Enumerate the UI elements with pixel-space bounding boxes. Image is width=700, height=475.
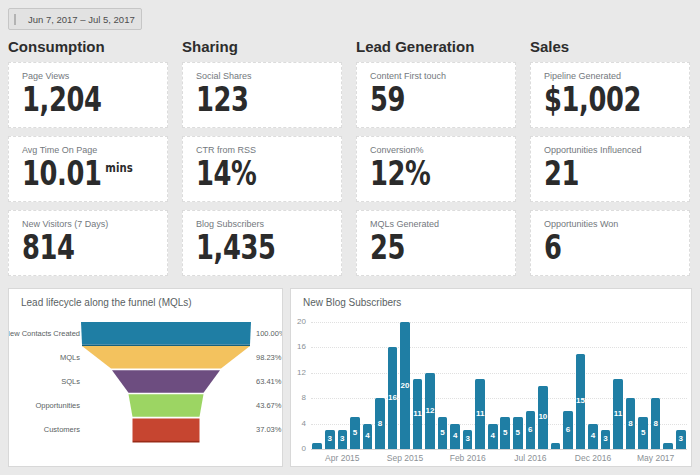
- funnel-segment-edge: [133, 441, 200, 443]
- funnel-segment-0[interactable]: [81, 322, 251, 345]
- x-axis-tick-label: May 2017: [626, 453, 686, 463]
- funnel-stage-label: Opportunities: [35, 401, 80, 410]
- y-axis-tick-label: 0: [291, 444, 306, 453]
- kpi-suffix: mins: [105, 160, 132, 175]
- kpi-value: 25: [370, 231, 477, 264]
- kpi-column-lead-generation: Lead Generation Content First touch 59 C…: [356, 38, 516, 284]
- bar-value-label: 3: [673, 434, 689, 443]
- x-axis-tick-label: Feb 2016: [438, 453, 498, 463]
- kpi-column-consumption: Consumption Page Views 1,204 Avg Time On…: [8, 38, 168, 284]
- bar-value-label: 20: [397, 381, 413, 390]
- kpi-card-pipeline-generated[interactable]: Pipeline Generated $1,002: [530, 62, 690, 128]
- kpi-card-social-shares[interactable]: Social Shares 123: [182, 62, 342, 128]
- kpi-card-mqls-generated[interactable]: MQLs Generated 25: [356, 210, 516, 276]
- date-range-picker[interactable]: Jun 7, 2017 – Jul 5, 2017: [8, 8, 142, 30]
- kpi-card-opportunities-influenced[interactable]: Opportunities Influenced 21: [530, 136, 690, 202]
- funnel-segment-4[interactable]: [133, 418, 200, 441]
- bar-value-label: 15: [573, 396, 589, 405]
- funnel-stage-percent: 98.23%: [256, 353, 282, 362]
- kpi-value: 12%: [370, 157, 477, 190]
- bar-value-label: 16: [385, 393, 401, 402]
- bar-value-label: 5: [635, 428, 651, 437]
- bar-value-label: 8: [372, 419, 388, 428]
- y-axis-tick-label: 4: [291, 419, 306, 428]
- bar-chart-title: New Blog Subscribers: [303, 297, 401, 308]
- funnel-stage-percent: 63.41%: [256, 377, 282, 386]
- kpi-value: 59: [370, 83, 477, 116]
- funnel-stage-label: New Contacts Created: [9, 329, 80, 338]
- gridline: [311, 322, 687, 323]
- date-range-label: Jun 7, 2017 – Jul 5, 2017: [28, 14, 135, 25]
- gridline: [311, 449, 687, 450]
- bar-0[interactable]: [312, 443, 322, 449]
- kpi-value: 1,435: [196, 231, 303, 264]
- bar-value-label: 4: [360, 431, 376, 440]
- bar-value-label: 11: [610, 409, 626, 418]
- kpi-value: $1,002: [544, 83, 651, 116]
- column-title-lead-generation: Lead Generation: [356, 38, 516, 54]
- funnel-chart-panel: Lead lifecycle along the funnel (MQLs) N…: [8, 288, 283, 467]
- kpi-card-new-visitors[interactable]: New Visitors (7 Days) 814: [8, 210, 168, 276]
- funnel-segment-3[interactable]: [129, 394, 204, 417]
- funnel-stage-label: Customers: [44, 425, 81, 434]
- kpi-value: 6: [544, 231, 651, 264]
- column-title-sales: Sales: [530, 38, 690, 54]
- bar-chart-panel: New Blog Subscribers 0481216203354816201…: [290, 288, 692, 467]
- x-axis-tick-label: Sep 2015: [375, 453, 435, 463]
- funnel-stage-percent: 43.67%: [256, 401, 282, 410]
- kpi-column-sales: Sales Pipeline Generated $1,002 Opportun…: [530, 38, 690, 284]
- funnel-stage-label: MQLs: [60, 353, 80, 362]
- bar-value-label: 3: [460, 434, 476, 443]
- funnel-segment-2[interactable]: [112, 370, 220, 393]
- column-title-sharing: Sharing: [182, 38, 342, 54]
- column-title-consumption: Consumption: [8, 38, 168, 54]
- kpi-label: Opportunities Won: [544, 219, 681, 229]
- funnel-stage-label: SQLs: [61, 377, 80, 386]
- kpi-card-ctr-from-rss[interactable]: CTR from RSS 14%: [182, 136, 342, 202]
- kpi-value: 123: [196, 83, 303, 116]
- drag-handle-icon: [14, 14, 16, 25]
- funnel-segment-1[interactable]: [82, 346, 250, 369]
- kpi-card-blog-subscribers[interactable]: Blog Subscribers 1,435: [182, 210, 342, 276]
- y-axis-tick-label: 12: [291, 368, 306, 377]
- bar-value-label: 8: [648, 419, 664, 428]
- kpi-value: 814: [22, 231, 129, 264]
- y-axis-tick-label: 16: [291, 342, 306, 351]
- gridline: [311, 373, 687, 374]
- kpi-value: 1,204: [22, 83, 129, 116]
- funnel-chart: New Contacts Created100.00%MQLs98.23%SQL…: [9, 289, 282, 466]
- kpi-value: 21: [544, 157, 651, 190]
- x-axis-tick-label: Apr 2015: [312, 453, 372, 463]
- funnel-stage-percent: 37.03%: [256, 425, 282, 434]
- funnel-stage-percent: 100.00%: [256, 329, 282, 338]
- kpi-card-conversion[interactable]: Conversion% 12%: [356, 136, 516, 202]
- x-axis-tick-label: Dec 2016: [563, 453, 623, 463]
- kpi-value: 10.01mins: [22, 157, 129, 190]
- gridline: [311, 347, 687, 348]
- x-axis-tick-label: Jul 2016: [500, 453, 560, 463]
- kpi-value: 14%: [196, 157, 303, 190]
- kpi-card-avg-time-on-page[interactable]: Avg Time On Page 10.01mins: [8, 136, 168, 202]
- kpi-card-opportunities-won[interactable]: Opportunities Won 6: [530, 210, 690, 276]
- bar-value-label: 10: [535, 412, 551, 421]
- y-axis-tick-label: 20: [291, 317, 306, 326]
- bar-value-label: 12: [422, 406, 438, 415]
- bar-value-label: 3: [598, 434, 614, 443]
- y-axis-tick-label: 8: [291, 393, 306, 402]
- kpi-card-content-first-touch[interactable]: Content First touch 59: [356, 62, 516, 128]
- funnel-segment-edge: [82, 345, 250, 347]
- bar-value-label: 8: [623, 419, 639, 428]
- bar-value-label: 6: [560, 425, 576, 434]
- kpi-card-page-views[interactable]: Page Views 1,204: [8, 62, 168, 128]
- bar-value-label: 11: [472, 409, 488, 418]
- kpi-column-sharing: Sharing Social Shares 123 CTR from RSS 1…: [182, 38, 342, 284]
- bar-28[interactable]: [663, 443, 673, 449]
- bar-value-label: 6: [523, 425, 539, 434]
- bar-19[interactable]: [551, 443, 561, 449]
